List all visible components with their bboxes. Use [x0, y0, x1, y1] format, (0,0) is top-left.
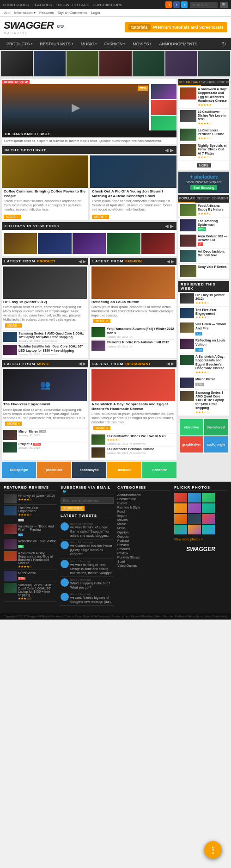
latest-fashion-next[interactable]: ▶	[171, 259, 174, 264]
reviewed-item-1[interactable]: HP Envy 15 (winter 2012) ★★★★☆	[178, 292, 229, 307]
rest-sidebar-item-2[interactable]: 10 Cauliflower Dishes We Love in NYC ★★★…	[178, 109, 229, 127]
hero-banner-4[interactable]	[99, 51, 131, 76]
cat-fashion[interactable]: Fashion & Style	[117, 505, 170, 509]
popular-tab-popular[interactable]: POPULAR	[178, 195, 195, 203]
spotlight-more-2[interactable]: MORE »	[92, 215, 109, 219]
pick-4[interactable]	[107, 233, 140, 254]
flickr-7[interactable]	[174, 514, 187, 524]
cat-commentary[interactable]: Commentary	[117, 497, 170, 501]
product-featured-title[interactable]: HP Envy 15 (winter 2012)	[3, 300, 87, 304]
nav-restaurants[interactable]: RESTAURANTS ▾	[36, 38, 77, 50]
cat-food[interactable]: Food	[117, 509, 170, 514]
cat-review[interactable]: Review	[117, 551, 170, 555]
nav-fashion[interactable]: FASHION ▾	[101, 38, 129, 50]
cat-news[interactable]: News	[117, 526, 170, 530]
logo[interactable]: SWAGGER 👓 MAGAZINE	[4, 19, 63, 35]
sponsor-audiojungle[interactable]: audiojungle	[2, 462, 36, 478]
hero-banner-5[interactable]	[133, 51, 164, 76]
editors-next[interactable]: ▶	[170, 223, 174, 229]
product-sub-1[interactable]: Samsung Series 3 AMD Quad Core 1.6GHz 16…	[3, 330, 87, 344]
cat-podcast[interactable]: Podcast	[117, 539, 170, 543]
photodune-button[interactable]: Start Browsing	[190, 185, 217, 190]
fullwidth-link[interactable]: FULL-WIDTH PAGE	[55, 3, 89, 7]
information-link[interactable]: Information ▾	[14, 11, 36, 15]
latest-product-next[interactable]: ▶	[83, 259, 86, 264]
cat-events[interactable]: Events	[117, 501, 170, 505]
reviewed-item-2[interactable]: The Five-Year Engagement ★★★★☆	[178, 307, 229, 322]
rest-featured-image[interactable]	[91, 369, 175, 401]
movie-latest-image[interactable]: 👥	[3, 369, 87, 401]
movie-sub-1[interactable]: Mirror Mirror 17% January 30, 2012	[3, 428, 87, 441]
fashion-item-1[interactable]: Yohji Yamamoto Autumn (Fall) / Winter 20…	[91, 326, 175, 339]
facebook-icon[interactable]: f	[173, 1, 180, 8]
popular-item-4[interactable]: Art Deco fashion: the new bike	[178, 248, 229, 264]
movie-thumb-2[interactable]	[151, 100, 176, 115]
rss-icon[interactable]: R	[165, 1, 172, 8]
rest-featured-more[interactable]: MORE »	[93, 426, 110, 430]
sponsor-codecanyon[interactable]: codecanyon	[72, 462, 106, 478]
ad-themeforest[interactable]: themeforest	[204, 419, 228, 435]
cat-announcements[interactable]: Announcements	[117, 493, 170, 497]
product-featured-image[interactable]	[3, 267, 87, 299]
footer-review-7[interactable]: Samsung Series 3 AMD Quad Core 1.6GHz 16…	[4, 582, 57, 602]
pick-2[interactable]	[38, 233, 71, 254]
pick-3[interactable]	[73, 233, 106, 254]
sponsor-photodune[interactable]: photodune	[37, 462, 71, 478]
refresh-icon[interactable]: ↻	[220, 39, 228, 49]
spotlight-image-1[interactable]	[2, 155, 88, 188]
reviewed-item-5[interactable]: A Sandwich A Day: Soppressata and Egg at…	[178, 353, 229, 376]
footer-review-3[interactable]: Van Halen — "Blood And Fire" — Preview 8…	[4, 523, 57, 538]
cat-runway[interactable]: Runway Shows	[117, 555, 170, 559]
product-sub-2[interactable]: Toshiba Satellite Intel Dual Core 2GHz 1…	[3, 343, 87, 357]
search-input[interactable]	[190, 2, 218, 8]
latest-rest-next[interactable]: ▶	[171, 361, 174, 366]
footer-review-1[interactable]: HP Envy 15 (winter 2012) ★★★★☆	[4, 493, 57, 505]
features-header-link[interactable]: Features	[39, 11, 54, 15]
movie-thumb-1[interactable]	[151, 84, 176, 99]
nav-movies[interactable]: MOVIES ▾	[129, 38, 155, 50]
movie-featured[interactable]: ▶ 75%	[2, 84, 149, 130]
hero-banner-7[interactable]	[198, 51, 230, 76]
flickr-3[interactable]	[202, 493, 215, 502]
tab-fashion[interactable]: FASHION	[201, 79, 216, 86]
flickr-8[interactable]	[188, 514, 201, 524]
join-link[interactable]: Join	[4, 11, 11, 15]
footer-review-6[interactable]: Mirror Mirror 17%	[4, 570, 57, 582]
tab-indie[interactable]: INDIE	[216, 79, 226, 86]
stylish-comments-link[interactable]: Stylish Comments	[58, 11, 87, 15]
footer-review-5[interactable]: A Sandwich A Day: Soppressata and Egg at…	[4, 550, 57, 570]
flickr-9[interactable]	[202, 514, 215, 524]
reviewed-item-6[interactable]: Mirror Mirror 17%	[178, 376, 229, 390]
hero-banner-3[interactable]	[67, 51, 98, 76]
footer-review-4[interactable]: Reflecting on Louis Vuitton B+	[4, 538, 57, 550]
cat-outdoor[interactable]: Outdoor	[117, 534, 170, 539]
rest-more-link[interactable]: MORE	[197, 163, 211, 167]
fashion-featured-title[interactable]: Reflecting on Louis Vuitton	[91, 300, 175, 304]
movie-latest-more[interactable]: MORE »	[5, 422, 22, 426]
spotlight-title-2[interactable]: Check Out A Pic Of A Young Jon Stewart M…	[92, 189, 175, 198]
flickr-10[interactable]	[174, 525, 187, 534]
search-button[interactable]: 🔍	[220, 2, 228, 8]
popular-tab-comments[interactable]: COMMENTS	[211, 195, 231, 203]
shortcodes-link[interactable]: SHORTCODES	[3, 3, 29, 7]
popular-item-1[interactable]: Food Artisans: Saucy By Nature ★★★★☆	[178, 203, 229, 218]
latest-rest-prev[interactable]: ◀	[167, 361, 170, 366]
flickr-6[interactable]	[202, 503, 215, 513]
nav-products[interactable]: PRODUCTS ▾	[3, 38, 36, 50]
cat-import[interactable]: Import	[117, 514, 170, 518]
contributors-link[interactable]: CONTRIBUTORS	[93, 3, 122, 7]
flickr-11[interactable]	[188, 525, 201, 534]
flickr-5[interactable]	[188, 503, 201, 513]
product-more[interactable]: MORE »	[5, 323, 22, 328]
spotlight-image-2[interactable]	[90, 155, 176, 188]
flickr-4[interactable]	[174, 503, 187, 513]
rest-sidebar-item-3[interactable]: La Costanera Peruvian Cuisine ★★★☆☆	[178, 127, 229, 143]
rest-sidebar-item-4[interactable]: Nightly Specials at Farm: Check Out At 7…	[178, 143, 229, 161]
cat-movies[interactable]: Movies	[117, 518, 170, 522]
login-link[interactable]: Login	[91, 11, 100, 15]
hero-banner-6[interactable]	[165, 51, 197, 76]
reviewed-item-3[interactable]: Van Halen — 'Blood And Fire' 8.2	[178, 321, 229, 337]
flickr-2[interactable]	[188, 493, 201, 502]
rest-sidebar-item-1[interactable]: A Sandwich A Day: Soppressata and Egg at…	[178, 86, 229, 109]
movie-title[interactable]: THE DARK KNIGHT RISES	[4, 132, 174, 136]
